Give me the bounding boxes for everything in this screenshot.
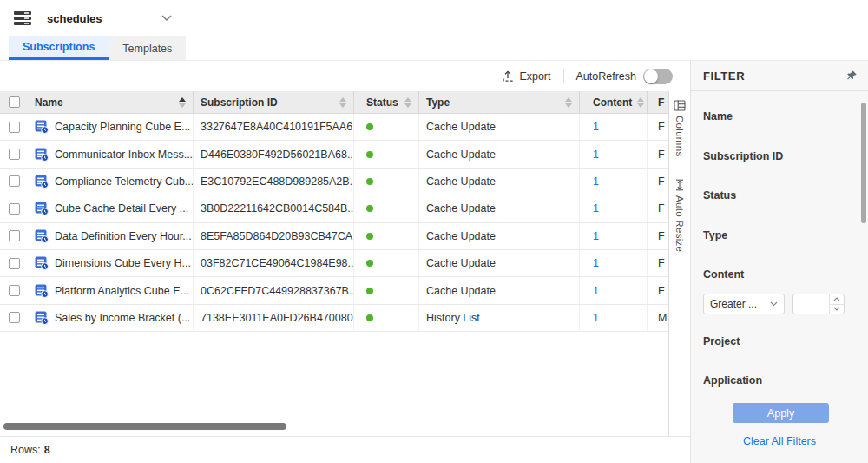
subscription-id-cell: 7138EE3011EA0FD26B470080... [193, 305, 353, 331]
name-cell: Data Definition Every Hour... [28, 223, 193, 249]
partial-value: F [658, 149, 665, 161]
scrollbar-thumb[interactable] [3, 423, 286, 430]
column-header-content[interactable]: Content [579, 91, 647, 113]
table-row[interactable]: Communicator Inbox Mess...D446E0380F492D… [0, 141, 668, 168]
table-row[interactable]: Sales by Income Bracket (...7138EE3011EA… [0, 305, 668, 332]
subscription-name[interactable]: Cube Cache Detail Every ... [55, 202, 188, 215]
table-row[interactable]: Platform Analytics Cube E...0C62CFFD7C44… [0, 277, 668, 304]
columns-button[interactable]: Columns [674, 100, 686, 156]
filter-field-type[interactable]: Type [703, 229, 727, 241]
row-select-cell [0, 114, 28, 140]
row-checkbox[interactable] [9, 258, 20, 269]
status-cell [353, 277, 418, 303]
row-checkbox[interactable] [9, 175, 20, 187]
subscription-id: 03F82C71CE49064C1984E98... [201, 257, 353, 269]
content-count-link[interactable]: 1 [593, 175, 599, 188]
apply-button[interactable]: Apply [733, 403, 829, 423]
status-dot [366, 233, 373, 240]
column-header-name[interactable]: Name [28, 91, 193, 113]
table-row[interactable]: Dimensions Cube Every H...03F82C71CE4906… [0, 250, 668, 277]
autorefresh-label: AutoRefresh [576, 70, 636, 83]
subscription-name[interactable]: Dimensions Cube Every H... [55, 257, 191, 269]
content-cell: 1 [579, 195, 647, 222]
filter-field-project[interactable]: Project [703, 335, 740, 347]
grid-options-rail: Columns Auto Resize [668, 91, 690, 436]
content-cell: 1 [579, 169, 647, 195]
chevron-down-icon [770, 301, 778, 307]
filter-field-name[interactable]: Name [703, 110, 733, 122]
export-icon [502, 70, 514, 83]
table-row[interactable]: Data Definition Every Hour...8E5FA85D864… [0, 223, 668, 250]
clear-all-filters-link[interactable]: Clear All Filters [691, 435, 868, 447]
sort-arrows-icon [404, 97, 411, 108]
content-count-link[interactable]: 1 [593, 285, 599, 297]
filter-panel: FILTER Name Subscription ID Status Type … [690, 61, 868, 463]
auto-resize-button[interactable]: Auto Resize [674, 179, 685, 252]
pin-icon[interactable] [845, 69, 858, 82]
environment-icon[interactable] [14, 11, 31, 25]
subscription-id-cell: 3327647E8A40C410191F5AA6... [193, 114, 353, 140]
filter-field-status[interactable]: Status [703, 189, 736, 202]
chevron-down-icon[interactable] [161, 15, 172, 22]
partial-value: F [658, 175, 665, 188]
table-row[interactable]: Cube Cache Detail Every ...3B0D22211642C… [0, 195, 668, 222]
filter-field-subscription-id[interactable]: Subscription ID [703, 150, 783, 162]
row-checkbox[interactable] [9, 230, 20, 241]
column-header-partial[interactable]: F [647, 91, 668, 113]
filter-scrollbar-thumb[interactable] [861, 103, 866, 223]
status-dot [366, 123, 373, 130]
subscription-name[interactable]: Sales by Income Bracket (... [55, 312, 190, 324]
content-count-link[interactable]: 1 [593, 149, 599, 161]
tab-templates[interactable]: Templates [108, 36, 186, 60]
table-body: Capacity Planning Cube E...3327647E8A40C… [0, 114, 668, 332]
content-operator-select[interactable]: Greater ... [703, 294, 785, 314]
tab-subscriptions[interactable]: Subscriptions [9, 36, 108, 60]
subscription-type: Cache Update [426, 175, 496, 188]
table-row[interactable]: Compliance Telemetry Cub...E3C10792EC488… [0, 169, 668, 195]
name-cell: Cube Cache Detail Every ... [28, 195, 193, 222]
content-count-link[interactable]: 1 [593, 202, 599, 215]
content-cell: 1 [579, 250, 647, 276]
row-checkbox[interactable] [9, 149, 20, 160]
subscription-name[interactable]: Platform Analytics Cube E... [55, 285, 189, 297]
rows-label: Rows: [10, 444, 41, 456]
content-count-link[interactable]: 1 [593, 257, 599, 269]
subscription-name[interactable]: Capacity Planning Cube E... [55, 121, 190, 133]
content-count-link[interactable]: 1 [593, 312, 599, 324]
column-header-subscription-id[interactable]: Subscription ID [193, 91, 353, 113]
spinner-down-button[interactable] [830, 304, 844, 314]
content-count-link[interactable]: 1 [593, 121, 599, 133]
table-row[interactable]: Capacity Planning Cube E...3327647E8A40C… [0, 114, 668, 141]
filter-field-application[interactable]: Application [703, 374, 762, 387]
subscription-type: Cache Update [426, 149, 496, 161]
status-cell [353, 114, 418, 140]
column-header-type[interactable]: Type [418, 91, 579, 113]
filter-field-content[interactable]: Content [703, 268, 744, 281]
spinner-up-button[interactable] [830, 294, 844, 304]
row-checkbox[interactable] [9, 285, 20, 296]
row-checkbox[interactable] [9, 203, 20, 215]
subscription-report-icon [35, 256, 49, 270]
autorefresh-toggle[interactable] [643, 69, 673, 84]
status-cell [353, 195, 418, 222]
row-checkbox[interactable] [9, 312, 20, 323]
content-count-link[interactable]: 1 [593, 230, 599, 242]
row-select-cell [0, 277, 28, 303]
autorefresh-control: AutoRefresh [576, 69, 673, 84]
type-cell: Cache Update [418, 250, 579, 276]
subscription-name[interactable]: Communicator Inbox Mess... [55, 149, 193, 161]
export-button[interactable]: Export [502, 70, 550, 83]
subscription-type: Cache Update [426, 230, 496, 242]
sort-arrows-icon [637, 97, 644, 108]
subscription-name[interactable]: Data Definition Every Hour... [55, 230, 192, 242]
subscriptions-app: schedules Subscriptions Templates Export… [0, 0, 868, 463]
subscription-name[interactable]: Compliance Telemetry Cub... [55, 175, 193, 188]
column-header-status[interactable]: Status [353, 91, 418, 113]
select-all-cell [0, 91, 28, 113]
chevron-up-icon [833, 297, 840, 301]
content-value-input[interactable] [792, 294, 845, 314]
select-all-checkbox[interactable] [9, 96, 20, 108]
number-field[interactable] [793, 294, 829, 314]
horizontal-scrollbar[interactable] [0, 422, 668, 431]
row-checkbox[interactable] [9, 122, 20, 133]
